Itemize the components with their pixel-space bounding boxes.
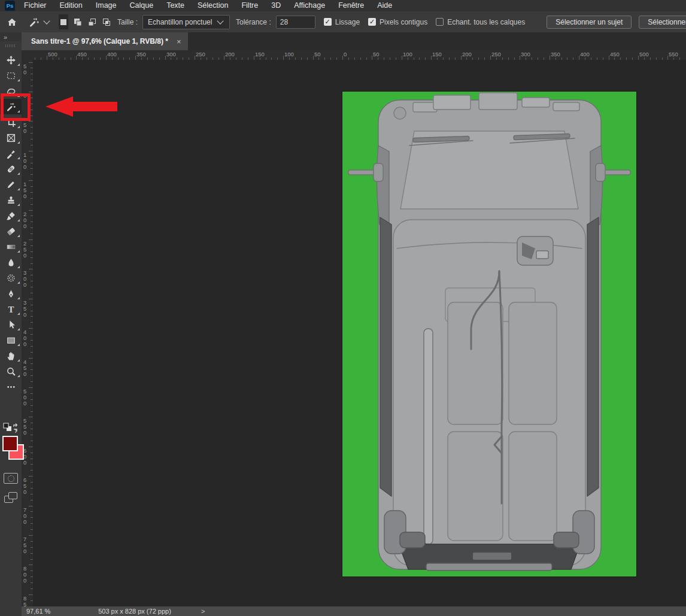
rectangular-marquee-tool[interactable] [0, 68, 22, 83]
tool-flyout-triangle [17, 126, 20, 128]
ruler-label: 550 [669, 51, 678, 57]
new-selection-mode-button[interactable] [59, 14, 68, 29]
tool-flyout-triangle [17, 359, 20, 362]
menu-3d[interactable]: 3D [265, 0, 287, 11]
ruler-label: 500 [639, 51, 649, 57]
ruler-label: 4 5 0 [23, 359, 26, 377]
intersect-selection-mode-button[interactable] [102, 14, 111, 29]
ruler-origin-corner[interactable] [22, 50, 34, 60]
ruler-label: 3 0 0 [23, 270, 26, 288]
vertical-ruler[interactable]: 5 005 01 0 01 5 02 0 02 5 03 0 03 5 04 0… [22, 60, 34, 606]
checkbox-pixels-contigus[interactable]: ✓Pixels contigus [368, 18, 427, 26]
menu-fenetre[interactable]: Fenêtre [332, 0, 371, 11]
clone-stamp-tool[interactable] [0, 192, 22, 208]
menu-fichier[interactable]: Fichier [17, 0, 53, 11]
ruler-tick [461, 56, 462, 60]
hand-tool[interactable] [0, 348, 22, 363]
tool-preset-picker[interactable] [26, 14, 49, 30]
ruler-label: 100 [284, 51, 294, 57]
path-selection-tool[interactable] [0, 317, 22, 332]
select-and-mask-button[interactable]: Sélectionner et masquer... [639, 16, 686, 29]
toolbar-collapse-button[interactable]: » [0, 32, 22, 41]
checkbox-lissage[interactable]: ✓Lissage [324, 18, 360, 26]
blur-tool[interactable] [0, 254, 22, 270]
ruler-label: 500 [48, 51, 57, 57]
spot-healing-brush-tool[interactable] [0, 161, 22, 177]
ruler-label: 450 [610, 51, 620, 57]
pasteboard[interactable] [33, 60, 686, 606]
ruler-tick [29, 447, 33, 447]
gradient-tool[interactable] [0, 239, 22, 254]
tool-highlight-box [1, 93, 31, 121]
ruler-label: 300 [166, 51, 176, 57]
menu-filtre[interactable]: Filtre [235, 0, 265, 11]
close-icon[interactable]: × [177, 37, 181, 46]
type-tool[interactable]: T [0, 301, 22, 317]
ruler-tick [609, 56, 609, 60]
menu-edition[interactable]: Edition [53, 0, 89, 11]
subtract-from-selection-mode-button[interactable] [87, 14, 97, 29]
document-canvas[interactable] [342, 92, 636, 576]
zoom-level[interactable]: 97,61 % [22, 608, 84, 615]
tool-flyout-triangle [17, 63, 20, 66]
pencil-tool[interactable] [0, 177, 22, 192]
ruler-label: 250 [196, 51, 205, 57]
tool-flyout-triangle [17, 328, 20, 330]
ruler-label: 100 [403, 51, 412, 57]
ruler-tick [402, 56, 402, 60]
foreground-color-swatch[interactable] [2, 436, 18, 451]
tool-flyout-triangle [17, 344, 20, 346]
document-tab[interactable]: Sans titre-1 @ 97,6% (Calque 1, RVB/8) *… [22, 32, 188, 50]
checkbox-echant-tous-les-calques[interactable]: Echant. tous les calques [436, 18, 525, 26]
tool-flyout-triangle [17, 157, 20, 159]
tool-flyout-triangle [17, 375, 20, 377]
ruler-tick [29, 210, 33, 211]
ruler-label: 1 0 0 [23, 152, 26, 170]
quick-mask-button[interactable] [4, 473, 18, 484]
pointer-arrow [43, 95, 120, 118]
svg-text:T: T [8, 304, 14, 314]
tolerance-label: Tolérance : [236, 18, 271, 26]
menu-affichage[interactable]: Affichage [287, 0, 332, 11]
tool-flyout-triangle [17, 188, 20, 190]
ruler-label: 0 [344, 51, 347, 57]
frame-tool[interactable] [0, 130, 22, 145]
move-tool[interactable] [0, 52, 22, 68]
eraser-tool[interactable] [0, 223, 22, 239]
screen-mode-button[interactable] [4, 492, 17, 503]
checked-checkbox-icon[interactable]: ✓ [324, 18, 332, 26]
menu-selection[interactable]: Sélection [191, 0, 235, 11]
unchecked-checkbox-icon[interactable] [436, 18, 444, 26]
chevron-down-icon [217, 17, 224, 24]
ruler-tick [106, 56, 107, 60]
home-icon[interactable] [7, 14, 17, 30]
ruler-tick [29, 417, 33, 417]
ruler-tick [29, 535, 33, 536]
rectangle-tool[interactable] [0, 332, 22, 348]
ruler-tick [29, 62, 33, 63]
ruler-tick [342, 56, 343, 60]
add-to-selection-mode-button[interactable] [73, 14, 83, 29]
dodge-tool[interactable] [0, 270, 22, 286]
toolbar-grip[interactable] [5, 44, 16, 47]
menu-texte[interactable]: Texte [160, 0, 191, 11]
menu-calque[interactable]: Calque [123, 0, 160, 11]
history-brush-tool[interactable] [0, 208, 22, 223]
zoom-tool[interactable] [0, 363, 22, 379]
tool-flyout-triangle [17, 235, 20, 237]
menu-image[interactable]: Image [89, 0, 123, 11]
ellipsis-icon[interactable] [0, 379, 22, 395]
menu-aide[interactable]: Aide [371, 0, 399, 11]
tolerance-input[interactable] [276, 16, 315, 29]
sample-size-dropdown[interactable]: Echantillon ponctuel [142, 15, 230, 29]
ruler-tick [29, 387, 33, 388]
ruler-label: 150 [255, 51, 265, 57]
horizontal-ruler[interactable]: 5004504003503002502001501005005010015020… [33, 50, 686, 60]
pen-tool[interactable] [0, 286, 22, 301]
eyedropper-tool[interactable] [0, 145, 22, 161]
select-subject-button[interactable]: Sélectionner un sujet [547, 16, 632, 29]
checked-checkbox-icon[interactable]: ✓ [368, 18, 376, 26]
ruler-label: 2 0 0 [23, 211, 26, 229]
default-colors-icon[interactable] [2, 421, 20, 435]
status-expand-icon[interactable]: > [201, 608, 205, 615]
